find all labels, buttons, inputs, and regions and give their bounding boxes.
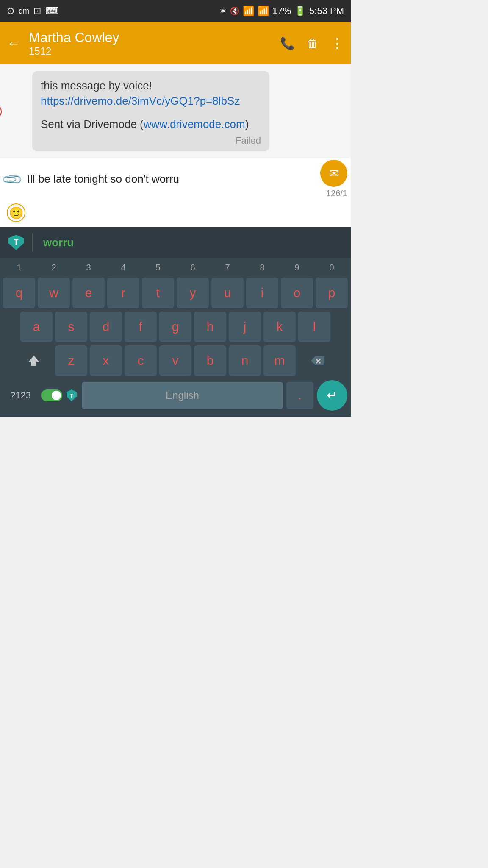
key-4[interactable]: 4 bbox=[106, 261, 141, 274]
number-row: 1 2 3 4 5 6 7 8 9 0 bbox=[0, 258, 351, 276]
svg-marker-2 bbox=[29, 356, 39, 366]
key-s[interactable]: s bbox=[55, 312, 87, 342]
key-e[interactable]: e bbox=[72, 278, 105, 308]
key-i[interactable]: i bbox=[246, 278, 278, 308]
svg-text:T: T bbox=[14, 238, 19, 247]
key-6[interactable]: 6 bbox=[175, 261, 210, 274]
enter-key[interactable] bbox=[317, 380, 347, 411]
image-icon: ⊡ bbox=[33, 6, 41, 17]
key-3[interactable]: 3 bbox=[71, 261, 106, 274]
message-signature: Sent via Drivemode (www.drivemode.com) bbox=[41, 117, 261, 132]
period-key[interactable]: . bbox=[286, 382, 313, 409]
key-w[interactable]: w bbox=[38, 278, 70, 308]
key-l[interactable]: l bbox=[298, 312, 330, 342]
key-7[interactable]: 7 bbox=[210, 261, 245, 274]
battery-percent: 17% bbox=[272, 6, 291, 17]
input-container: 📎 Ill be late tonight so don't worru ✉ 1… bbox=[0, 158, 351, 227]
key-z[interactable]: z bbox=[55, 345, 87, 376]
message-input-display[interactable]: Ill be late tonight so don't worru bbox=[24, 170, 317, 188]
keyboard-toggle: T bbox=[41, 389, 78, 402]
message-link[interactable]: https://drivemo.de/3imVc/yGQ1?p=8lbSz bbox=[41, 93, 261, 108]
enter-icon bbox=[324, 389, 340, 401]
toggle-switch[interactable] bbox=[41, 389, 62, 401]
backspace-icon bbox=[309, 355, 324, 367]
input-text-before: Ill be late tonight so don't bbox=[27, 172, 152, 185]
delete-button[interactable]: 🗑 bbox=[307, 36, 319, 50]
attach-icon[interactable]: 📎 bbox=[0, 167, 23, 191]
keyboard-icon: ⌨ bbox=[45, 6, 59, 17]
emoji-row: 🙂 bbox=[0, 202, 351, 227]
headset-icon: ⊙ bbox=[7, 6, 14, 17]
action-bar: ← Martha Cowley 1512 📞 🗑 ⋮ bbox=[0, 22, 351, 64]
key-1[interactable]: 1 bbox=[2, 261, 36, 274]
more-options-button[interactable]: ⋮ bbox=[330, 35, 344, 51]
back-button[interactable]: ← bbox=[7, 36, 20, 51]
key-h[interactable]: h bbox=[194, 312, 226, 342]
key-u[interactable]: u bbox=[211, 278, 244, 308]
message-bubble: this message by voice! https://drivemo.d… bbox=[32, 71, 269, 151]
num-toggle-button[interactable]: ?123 bbox=[3, 382, 38, 409]
bluetooth-icon: ✶ bbox=[219, 6, 227, 16]
key-0[interactable]: 0 bbox=[314, 261, 349, 274]
char-count: 126/1 bbox=[326, 189, 347, 198]
key-5[interactable]: 5 bbox=[141, 261, 175, 274]
suggestions-bar: T worru bbox=[0, 227, 351, 258]
key-b[interactable]: b bbox=[194, 345, 226, 376]
signal-icon: 📶 bbox=[258, 6, 269, 17]
suggestion-word[interactable]: worru bbox=[40, 236, 77, 249]
contact-number: 1512 bbox=[29, 45, 272, 57]
key-j[interactable]: j bbox=[229, 312, 261, 342]
status-bar: ⊙ dm ⊡ ⌨ ✶ 🔇 📶 📶 17% 🔋 5:53 PM bbox=[0, 0, 351, 22]
key-c[interactable]: c bbox=[125, 345, 157, 376]
key-row-2: a s d f g h j k l bbox=[0, 310, 351, 344]
message-url[interactable]: https://drivemo.de/3imVc/yGQ1?p=8lbSz bbox=[41, 95, 240, 107]
message-area: ! this message by voice! https://drivemo… bbox=[0, 64, 351, 158]
emoji-button[interactable]: 🙂 bbox=[7, 203, 25, 222]
message-status: Failed bbox=[41, 135, 261, 146]
error-icon: ! bbox=[0, 103, 2, 120]
keyboard-bottom-row: ?123 T English . bbox=[0, 378, 351, 413]
key-r[interactable]: r bbox=[107, 278, 139, 308]
input-text-highlighted: worru bbox=[152, 172, 179, 185]
key-2[interactable]: 2 bbox=[36, 261, 71, 274]
svg-text:T: T bbox=[70, 392, 73, 399]
shift-key[interactable] bbox=[15, 345, 53, 376]
key-t[interactable]: t bbox=[142, 278, 174, 308]
shield-logo-icon: T bbox=[65, 389, 78, 402]
key-g[interactable]: g bbox=[159, 312, 191, 342]
key-y[interactable]: y bbox=[177, 278, 209, 308]
time-display: 5:53 PM bbox=[309, 6, 344, 17]
keyboard: T worru 1 2 3 4 5 6 7 8 9 0 q w e r t y … bbox=[0, 227, 351, 417]
key-m[interactable]: m bbox=[263, 345, 296, 376]
key-v[interactable]: v bbox=[159, 345, 191, 376]
backspace-key[interactable] bbox=[298, 345, 336, 376]
key-d[interactable]: d bbox=[90, 312, 122, 342]
toggle-knob bbox=[52, 391, 61, 400]
key-o[interactable]: o bbox=[281, 278, 313, 308]
key-8[interactable]: 8 bbox=[245, 261, 280, 274]
phone-button[interactable]: 📞 bbox=[280, 36, 295, 50]
key-9[interactable]: 9 bbox=[280, 261, 314, 274]
key-a[interactable]: a bbox=[20, 312, 53, 342]
key-x[interactable]: x bbox=[90, 345, 122, 376]
send-area: ✉ 126/1 bbox=[320, 160, 347, 198]
key-n[interactable]: n bbox=[229, 345, 261, 376]
mute-icon: 🔇 bbox=[230, 6, 239, 16]
battery-icon: 🔋 bbox=[294, 6, 306, 17]
key-f[interactable]: f bbox=[125, 312, 157, 342]
keyboard-logo: T bbox=[7, 233, 25, 252]
contact-name: Martha Cowley bbox=[29, 30, 272, 45]
key-row-1: q w e r t y u i o p bbox=[0, 276, 351, 310]
contact-info: Martha Cowley 1512 bbox=[29, 30, 272, 57]
send-button[interactable]: ✉ bbox=[320, 160, 347, 187]
key-k[interactable]: k bbox=[263, 312, 296, 342]
signature-link[interactable]: www.drivemode.com bbox=[144, 118, 245, 131]
shift-icon bbox=[27, 354, 41, 367]
key-row-3: z x c v b n m bbox=[0, 344, 351, 378]
key-q[interactable]: q bbox=[3, 278, 35, 308]
space-key[interactable]: English bbox=[82, 382, 283, 409]
action-bar-icons: 📞 🗑 ⋮ bbox=[280, 35, 344, 51]
message-wrapper: ! this message by voice! https://drivemo… bbox=[7, 71, 344, 151]
suggestion-divider bbox=[32, 233, 33, 252]
key-p[interactable]: p bbox=[316, 278, 348, 308]
